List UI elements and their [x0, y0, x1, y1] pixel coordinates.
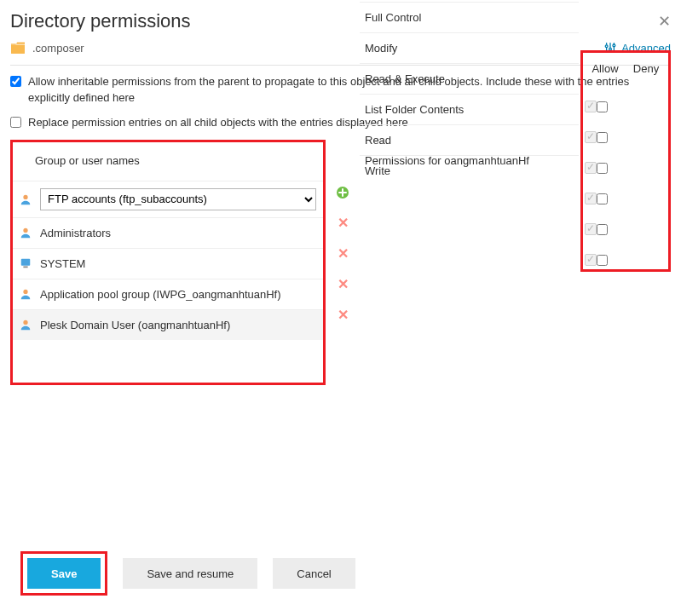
deny-checkbox[interactable]	[597, 163, 608, 174]
group-column-header: Group or user names	[13, 142, 323, 181]
svg-point-1	[605, 45, 608, 48]
list-item-label: SYSTEM	[40, 257, 85, 270]
allow-checkbox[interactable]	[585, 101, 597, 112]
close-icon[interactable]: ✕	[658, 12, 671, 31]
add-icon[interactable]	[336, 186, 349, 199]
user-icon	[20, 193, 32, 205]
list-item-label: Application pool group (IWPG_oangmanhtua…	[40, 288, 281, 301]
allow-checkbox[interactable]	[585, 162, 597, 174]
permission-label: Read	[360, 134, 579, 147]
user-icon	[20, 227, 32, 239]
permissions-panel: Permissions for oangmanhtuanHf Allow Den…	[360, 140, 671, 385]
inherit-checkbox[interactable]	[10, 76, 21, 87]
page-title: Directory permissions	[10, 10, 191, 32]
save-button[interactable]: Save	[27, 558, 101, 589]
allow-checkbox[interactable]	[585, 131, 597, 143]
svg-point-6	[23, 194, 27, 199]
list-item-label: Administrators	[40, 227, 111, 239]
allow-checkbox[interactable]	[585, 193, 597, 204]
remove-icon[interactable]: ✕	[338, 308, 349, 322]
list-item[interactable]: Administrators	[13, 217, 323, 248]
allow-header: Allow	[585, 62, 626, 75]
svg-point-5	[613, 44, 615, 47]
deny-checkbox[interactable]	[597, 101, 608, 112]
directory-name: .composer	[32, 42, 84, 55]
deny-checkbox[interactable]	[597, 224, 608, 235]
group-user-names-panel: Group or user names FTP accounts (ftp_su…	[10, 140, 326, 385]
deny-checkbox[interactable]	[597, 132, 608, 143]
remove-icon[interactable]: ✕	[338, 247, 349, 261]
replace-checkbox[interactable]	[10, 117, 21, 128]
save-and-resume-button[interactable]: Save and resume	[123, 558, 257, 589]
permission-label: List Folder Contents	[360, 103, 579, 116]
svg-point-7	[23, 228, 27, 233]
allow-checkbox[interactable]	[585, 223, 597, 235]
permission-label: Full Control	[360, 11, 579, 24]
replace-label: Replace permission entries on all child …	[28, 115, 408, 131]
permission-label: Modify	[360, 42, 579, 55]
user-icon	[20, 288, 32, 300]
footer-actions: Save Save and resume Cancel	[20, 551, 355, 596]
svg-point-11	[23, 320, 27, 325]
permission-label: Read & Execute	[360, 72, 579, 85]
save-highlight: Save	[20, 551, 107, 596]
deny-checkbox[interactable]	[597, 255, 608, 266]
folder-icon	[10, 41, 26, 55]
row-actions-column: ✕ ✕ ✕ ✕	[334, 140, 351, 385]
svg-point-10	[23, 290, 27, 294]
list-item[interactable]: Application pool group (IWPG_oangmanhtua…	[13, 279, 323, 309]
remove-icon[interactable]: ✕	[338, 278, 349, 291]
list-item-label: Plesk Domain User (oangmanhtuanHf)	[40, 319, 230, 331]
ftp-accounts-select[interactable]: FTP accounts (ftp_subaccounts)	[40, 188, 316, 210]
user-icon	[20, 319, 32, 331]
directory-path: .composer	[10, 41, 84, 55]
deny-header: Deny	[626, 62, 667, 75]
permission-label: Write	[360, 164, 579, 177]
svg-rect-9	[23, 267, 27, 268]
allow-deny-box: Allow Deny	[580, 50, 671, 272]
remove-icon[interactable]: ✕	[338, 216, 349, 230]
system-icon	[20, 257, 32, 269]
list-item[interactable]: Plesk Domain User (oangmanhtuanHf)	[13, 309, 323, 340]
list-item[interactable]: SYSTEM	[13, 248, 323, 279]
deny-checkbox[interactable]	[597, 193, 608, 204]
svg-rect-8	[21, 259, 31, 266]
cancel-button[interactable]: Cancel	[273, 558, 355, 589]
allow-checkbox[interactable]	[585, 254, 597, 266]
